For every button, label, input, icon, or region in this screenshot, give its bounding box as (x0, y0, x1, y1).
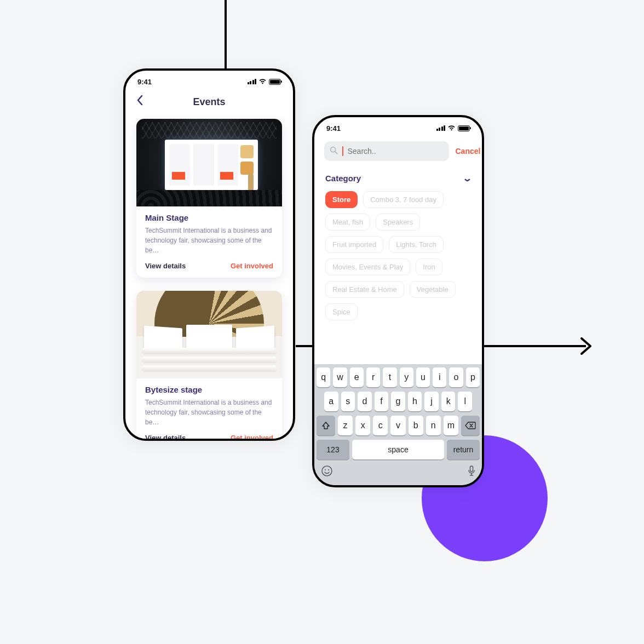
key-s[interactable]: s (341, 392, 355, 411)
key-d[interactable]: d (358, 392, 372, 411)
key-j[interactable]: j (424, 392, 439, 411)
event-image (136, 119, 282, 206)
key-m[interactable]: m (444, 416, 458, 435)
key-k[interactable]: k (441, 392, 456, 411)
search-input[interactable] (348, 147, 444, 156)
key-x[interactable]: x (355, 416, 370, 435)
text-cursor (342, 146, 343, 156)
event-title: Bytesize stage (145, 385, 273, 394)
backspace-key[interactable] (461, 416, 480, 435)
key-e[interactable]: e (350, 367, 364, 387)
category-chip[interactable]: Real Estate & Home (325, 281, 404, 298)
search-input-container[interactable] (324, 141, 449, 161)
status-bar: 9:41 (314, 117, 482, 139)
signal-icon (436, 125, 446, 131)
svg-line-1 (335, 151, 337, 153)
view-details-link[interactable]: View details (145, 434, 186, 441)
key-b[interactable]: b (409, 416, 423, 435)
key-z[interactable]: z (338, 416, 353, 435)
key-f[interactable]: f (375, 392, 389, 411)
key-a[interactable]: a (324, 392, 338, 411)
key-p[interactable]: p (466, 367, 480, 387)
key-c[interactable]: c (373, 416, 388, 435)
decor-vertical-line (225, 0, 227, 71)
event-description: TechSummit International is a business a… (145, 226, 273, 255)
category-chip[interactable]: Vegetable (410, 281, 456, 298)
status-time: 9:41 (326, 124, 341, 133)
numeric-key[interactable]: 123 (317, 440, 349, 459)
key-g[interactable]: g (391, 392, 405, 411)
page-title: Events (193, 96, 225, 108)
status-indicators (436, 124, 470, 133)
mic-key[interactable] (468, 465, 475, 479)
key-u[interactable]: u (416, 367, 430, 387)
key-i[interactable]: i (433, 367, 446, 387)
category-label: Category (325, 174, 361, 183)
category-chip[interactable]: Combo 3, 7 food day (363, 191, 444, 208)
shift-key[interactable] (317, 416, 335, 435)
status-bar: 9:41 (125, 71, 293, 93)
svg-point-2 (322, 466, 332, 476)
get-involved-link[interactable]: Get involved (231, 434, 273, 441)
key-o[interactable]: o (449, 367, 463, 387)
battery-icon (458, 125, 470, 131)
category-dropdown[interactable]: Category ⌄ (314, 173, 482, 183)
events-list[interactable]: Main Stage TechSummit International is a… (125, 111, 293, 441)
event-card[interactable]: Main Stage TechSummit International is a… (136, 119, 282, 278)
signal-icon (248, 79, 257, 84)
category-chip[interactable]: Store (325, 191, 358, 208)
category-chip[interactable]: Iron (416, 258, 442, 275)
event-image (136, 291, 282, 378)
arrow-right-icon (580, 337, 593, 355)
category-chip[interactable]: Lights, Torch (389, 236, 443, 253)
key-n[interactable]: n (426, 416, 441, 435)
category-chip[interactable]: Movies, Events & Play (325, 258, 410, 275)
cancel-button[interactable]: Cancel (456, 147, 481, 156)
key-q[interactable]: q (317, 367, 330, 387)
keyboard: qwertyuiop asdfghjkl zxcvbnm 123 space r… (314, 364, 482, 485)
category-chip[interactable]: Spice (325, 303, 358, 320)
battery-icon (269, 79, 281, 85)
key-h[interactable]: h (408, 392, 422, 411)
key-w[interactable]: w (333, 367, 347, 387)
event-title: Main Stage (145, 213, 273, 222)
wifi-icon (258, 78, 267, 86)
key-t[interactable]: t (383, 367, 396, 387)
key-y[interactable]: y (400, 367, 413, 387)
svg-point-4 (328, 469, 329, 470)
phone-search: 9:41 Cancel Category ⌄ StoreCombo 3, 7 f… (312, 115, 484, 487)
status-time: 9:41 (137, 78, 152, 86)
return-key[interactable]: return (447, 440, 480, 459)
key-v[interactable]: v (390, 416, 405, 435)
category-chip[interactable]: Speakers (376, 214, 420, 231)
svg-rect-5 (470, 466, 473, 472)
status-indicators (248, 78, 281, 86)
app-header: Events (125, 93, 293, 111)
phone-events: 9:41 Events Main Stage TechSummit Intern… (123, 68, 295, 441)
category-chip[interactable]: Meat, fish (325, 214, 370, 231)
emoji-key[interactable] (321, 465, 333, 480)
get-involved-link[interactable]: Get involved (231, 262, 273, 270)
event-card[interactable]: Bytesize stage TechSummit International … (136, 291, 282, 441)
category-chips: StoreCombo 3, 7 food dayMeat, fishSpeake… (314, 183, 482, 320)
space-key[interactable]: space (352, 440, 444, 459)
svg-point-3 (325, 469, 326, 470)
event-description: TechSummit International is a business a… (145, 398, 273, 427)
wifi-icon (447, 124, 456, 133)
chevron-down-icon: ⌄ (462, 173, 472, 183)
search-icon (330, 146, 338, 157)
category-chip[interactable]: Fruit imported (325, 236, 383, 253)
back-button[interactable] (136, 95, 143, 108)
key-l[interactable]: l (458, 392, 472, 411)
view-details-link[interactable]: View details (145, 262, 186, 270)
key-r[interactable]: r (366, 367, 380, 387)
